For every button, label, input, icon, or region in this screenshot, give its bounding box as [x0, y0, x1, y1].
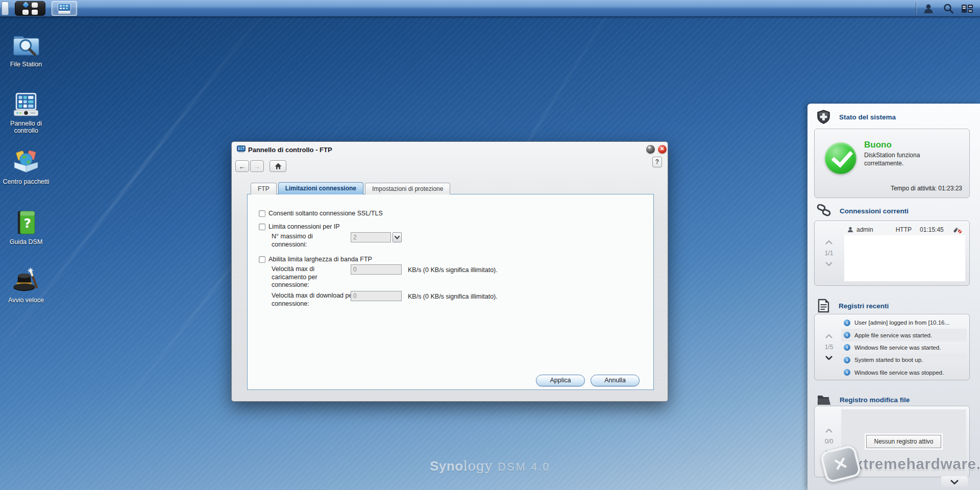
tab-bar: FTP Limitazioni connessione Impostazioni… [251, 182, 450, 194]
log-row: iApple file service was started. [841, 329, 967, 341]
upload-speed-label: Velocità max di caricamento per connessi… [272, 265, 348, 289]
tab-connection-limits[interactable]: Limitazioni connessione [278, 182, 363, 194]
ssl-only-label: Consenti soltanto connessione SSL/TLS [268, 210, 383, 218]
close-button[interactable]: ✕ [658, 145, 667, 154]
system-status-header: Stato del sistema [817, 110, 896, 124]
watermark-text: xtremehardware.com [854, 455, 980, 473]
apply-button[interactable]: Applica [536, 375, 585, 386]
pager-label: 1/5 [825, 344, 834, 351]
chevron-down-icon [395, 236, 400, 239]
widget-title: Stato del sistema [839, 113, 896, 121]
search-icon [943, 3, 954, 14]
forward-button: → [250, 160, 264, 172]
download-speed-input: 0 [351, 291, 402, 301]
uptime-text: Tempo di attività: 01:23:23 [891, 185, 962, 192]
info-icon: i [844, 369, 850, 376]
log-list: iUser [admin] logged in from [10.16... i… [841, 316, 967, 378]
info-icon: i [844, 357, 850, 363]
user-icon [847, 227, 853, 233]
cancel-button[interactable]: Annulla [591, 375, 640, 386]
widget-title: Connessioni correnti [840, 207, 909, 215]
page-up-icon[interactable] [825, 334, 832, 338]
download-speed-suffix: KB/s (0 KB/s significa illimitato). [408, 293, 498, 301]
taskbar-item-control-panel[interactable] [52, 1, 77, 16]
bandwidth-limit-checkbox[interactable] [259, 256, 265, 263]
tab-ftp[interactable]: FTP [251, 183, 277, 194]
main-menu-grid-icon [22, 3, 38, 15]
limit-ip-checkbox[interactable] [259, 224, 265, 230]
status-value: Buono [864, 140, 892, 150]
widget-panels-icon [961, 4, 973, 14]
recent-logs-header: Registri recenti [817, 299, 889, 313]
log-row: iSystem started to boot up. [841, 354, 967, 366]
disconnect-icon[interactable] [952, 226, 962, 234]
user-menu-button[interactable] [920, 2, 937, 15]
connections-list: admin HTTP 01:15:45 [844, 224, 965, 281]
ssl-only-checkbox[interactable] [259, 210, 265, 217]
document-icon [817, 299, 830, 313]
magic-hat-icon [12, 266, 40, 295]
svg-text:?: ? [23, 216, 31, 231]
connection-row: admin HTTP 01:15:45 [844, 224, 965, 235]
log-text: Windows file service was started. [854, 345, 941, 351]
page-up-icon[interactable] [825, 429, 832, 433]
shield-cross-icon [817, 110, 830, 124]
page-down-icon[interactable] [825, 262, 832, 266]
chevron-down-icon [950, 480, 959, 484]
desktop-icon-label: Avvio veloce [2, 297, 51, 304]
watermark-x-badge-icon: ✕ [820, 444, 862, 483]
desktop-icon-label: Guida DSM [2, 238, 51, 246]
desktop-icon-quick-start[interactable]: Avvio veloce [2, 266, 51, 304]
widget-pilot-button[interactable] [959, 2, 976, 15]
search-button[interactable] [941, 2, 956, 15]
info-icon: i [844, 332, 850, 338]
connections-header: Connessioni correnti [817, 204, 909, 217]
file-station-icon [12, 31, 40, 59]
dsm-help-icon: ? [12, 208, 40, 237]
log-row: iUser [admin] logged in from [10.16... [841, 316, 967, 329]
pager-label: 1/1 [825, 250, 834, 257]
system-status-box: Buono DiskStation funziona correttamente… [814, 129, 970, 198]
control-panel-ftp-window: Pannello di controllo - FTP ✕ ← → ? FTP … [231, 141, 668, 402]
tab-content-panel: Consenti soltanto connessione SSL/TLS Li… [247, 194, 654, 390]
xtremehardware-watermark: ✕ xtremehardware.com [823, 448, 980, 480]
max-connections-select: 2 [351, 232, 391, 242]
desktop-icon-package-center[interactable]: Centro pacchetti [2, 148, 51, 185]
max-connections-dropdown-button [393, 232, 402, 242]
minimize-button[interactable] [646, 145, 655, 154]
help-button[interactable]: ? [652, 157, 662, 167]
user-icon [923, 3, 934, 14]
connection-protocol: HTTP [896, 226, 912, 233]
desktop-icon-file-station[interactable]: File Station [2, 31, 51, 68]
bandwidth-limit-label: Abilita limita larghezza di banda FTP [268, 256, 372, 264]
no-active-log-button[interactable]: Nessun registro attivo [866, 435, 941, 448]
download-speed-label: Velocità max di download per connessione… [272, 292, 357, 308]
home-icon [275, 163, 282, 169]
upload-speed-input: 0 [351, 264, 402, 275]
logo-syno: Syno [430, 458, 463, 474]
system-health-widget-panel: Stato del sistema Buono DiskStation funz… [807, 104, 980, 490]
page-up-icon[interactable] [825, 240, 832, 244]
logo-logy: logy [463, 458, 493, 474]
desktop-icon-control-panel[interactable]: Pannello di controllo [2, 90, 51, 135]
logo-dsm-version: DSM 4.0 [498, 460, 550, 473]
info-icon: i [844, 344, 850, 351]
control-panel-icon [12, 90, 40, 118]
connection-user: admin [856, 226, 873, 233]
desktop-icon-dsm-help[interactable]: ? Guida DSM [2, 208, 51, 246]
page-down-icon[interactable] [825, 356, 832, 360]
log-text: Windows file service was stopped. [854, 370, 944, 376]
home-button[interactable] [270, 160, 286, 172]
tab-security-settings[interactable]: Impostazioni di protezione [365, 183, 450, 194]
main-menu-button[interactable] [15, 1, 45, 16]
desktop-icon-label: Pannello di controllo [2, 120, 51, 135]
limit-ip-label: Limita connessioni per IP [268, 223, 340, 231]
desktop-icon-label: File Station [2, 61, 51, 68]
back-button[interactable]: ← [235, 160, 249, 172]
info-icon: i [844, 320, 850, 326]
logs-pager: 1/5 [815, 314, 843, 380]
log-row: iWindows file service was started. [841, 341, 967, 354]
show-desktop-button[interactable] [2, 2, 9, 15]
log-text: System started to boot up. [854, 357, 923, 363]
connections-box: 1/1 admin HTTP 01:15:45 [814, 220, 970, 286]
